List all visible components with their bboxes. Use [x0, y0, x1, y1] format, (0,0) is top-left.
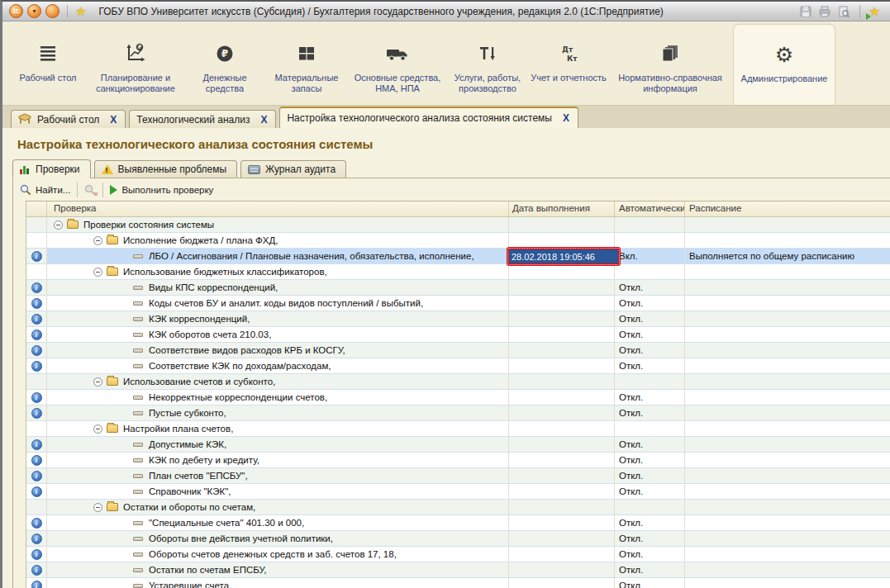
info-icon[interactable]: i — [31, 251, 42, 262]
table-row[interactable]: i Остатки по счетам ЕПСБУ, Откл. — [26, 562, 890, 578]
info-icon[interactable]: i — [31, 345, 42, 356]
svg-text:Кт: Кт — [567, 55, 578, 63]
planning-chart-icon: ₽ — [125, 40, 146, 68]
info-icon[interactable]: i — [31, 298, 42, 309]
ribbon-section-fixed-assets[interactable]: Основные средства, НМА, НПА — [350, 21, 445, 105]
info-icon[interactable]: i — [31, 330, 42, 340]
ribbon-section-services[interactable]: Услуги, работы, производство — [445, 21, 530, 105]
auto-flag — [615, 233, 685, 249]
auto-flag: Откл. — [615, 327, 685, 343]
table-row[interactable]: i Использование счетов и субконто, — [26, 374, 890, 390]
print-icon[interactable] — [818, 5, 831, 18]
ribbon-section-accounting[interactable]: ДтКт Учет и отчетность — [530, 21, 607, 105]
column-header-date[interactable]: Дата выполнения — [509, 202, 615, 216]
check-name: "Специальные счета" 401.30 и 000, — [149, 518, 304, 528]
table-row[interactable]: i Некорректные корреспонденции счетов, О… — [26, 390, 890, 405]
add-favorite-icon[interactable]: ★ — [869, 4, 880, 19]
table-row[interactable]: i ЛБО / Ассигнования / Плановые назначен… — [26, 249, 890, 264]
close-icon[interactable]: X — [563, 112, 569, 124]
run-check-button[interactable]: Выполнить проверку — [110, 185, 213, 195]
tree-indent — [54, 523, 133, 524]
info-icon[interactable]: i — [31, 565, 42, 576]
ribbon-section-money[interactable]: ₽ Денежные средства — [186, 21, 264, 105]
collapse-icon[interactable] — [93, 236, 102, 245]
subtab-audit-log[interactable]: Журнал аудита — [240, 160, 346, 178]
favorites-star-icon[interactable]: ★ — [75, 4, 86, 19]
table-row[interactable]: i Допустимые КЭК, Откл. — [26, 437, 890, 453]
table-row[interactable]: i Настройки плана счетов, — [26, 421, 890, 437]
table-row[interactable]: i Соответствие видов расходов КРБ и КОСГ… — [26, 343, 890, 358]
schedule-text — [685, 374, 890, 390]
table-row[interactable]: i Пустые субконто, Откл. — [26, 405, 890, 421]
table-row[interactable]: i Проверки состояния системы — [26, 217, 890, 233]
tab-tech-analysis-settings[interactable]: Настройка технологического анализа состо… — [279, 107, 578, 128]
schedule-text — [685, 468, 890, 484]
subtab-problems[interactable]: Выявленные проблемы — [94, 160, 238, 178]
info-icon[interactable]: i — [31, 581, 42, 588]
ribbon-label: Материальные запасы — [264, 73, 350, 94]
ribbon-section-administration[interactable]: ⚙ Администрирование — [733, 24, 835, 105]
info-icon[interactable]: i — [31, 471, 42, 481]
collapse-icon[interactable] — [93, 377, 102, 386]
table-row[interactable]: i КЭК корреспонденций, Откл. — [26, 311, 890, 327]
close-icon[interactable]: X — [110, 114, 117, 126]
column-header-schedule[interactable]: Расписание — [685, 202, 890, 216]
ribbon-section-planning[interactable]: ₽ Планирование и санкционирование — [85, 21, 186, 105]
info-icon[interactable]: i — [31, 361, 42, 372]
info-icon[interactable]: i — [31, 486, 42, 497]
collapse-icon[interactable] — [93, 424, 102, 434]
main-menu-button[interactable]: 1С — [9, 4, 23, 18]
table-row[interactable]: i Коды счетов БУ и аналит. коды видов по… — [26, 296, 890, 311]
info-icon[interactable]: i — [31, 392, 42, 403]
table-row[interactable]: i Остатки и обороты по счетам, — [26, 500, 890, 515]
table-row[interactable]: i Обороты вне действия учетной политики,… — [26, 531, 890, 547]
tab-desktop[interactable]: Рабочий стол X — [11, 110, 126, 128]
check-name: Некорректные корреспонденции счетов, — [149, 392, 327, 402]
close-icon[interactable]: X — [260, 114, 267, 126]
collapse-icon[interactable] — [54, 220, 63, 230]
schedule-text — [685, 500, 890, 515]
ribbon-section-inventory[interactable]: Материальные запасы — [264, 21, 350, 105]
tab-tech-analysis[interactable]: Технологический анализ X — [129, 110, 276, 128]
column-header-service[interactable] — [26, 202, 47, 216]
clear-find-button[interactable]: x — [84, 184, 96, 196]
table-row[interactable]: i Исполнение бюджета / плана ФХД, — [26, 233, 890, 249]
column-header-auto[interactable]: Автоматически — [615, 202, 685, 216]
table-row[interactable]: i План счетов "ЕПСБУ", Откл. — [26, 468, 890, 484]
print-preview-icon[interactable] — [837, 5, 850, 18]
info-icon[interactable]: i — [31, 549, 42, 560]
save-icon[interactable] — [799, 5, 812, 18]
info-icon[interactable]: i — [31, 282, 42, 293]
schedule-text — [685, 327, 890, 343]
info-icon[interactable]: i — [31, 314, 42, 325]
table-row[interactable]: i КЭК по дебету и кредиту, Откл. — [26, 453, 890, 468]
ribbon-section-reference[interactable]: Нормативно-справочная информация — [607, 21, 733, 105]
table-row[interactable]: i Виды КПС корреспонденций, Откл. — [26, 280, 890, 296]
info-icon[interactable]: i — [31, 518, 42, 529]
check-item-icon — [133, 443, 143, 447]
info-icon[interactable]: i — [31, 455, 42, 466]
dropdown-menu-button[interactable]: ▼ — [27, 4, 41, 18]
column-header-check[interactable]: Проверка — [47, 202, 509, 216]
info-icon[interactable]: i — [31, 439, 42, 450]
window-button[interactable] — [45, 4, 59, 18]
table-row[interactable]: i Устаревшие счета, Откл. — [26, 578, 890, 588]
table-row[interactable]: i Справочник "КЭК", Откл. — [26, 484, 890, 500]
check-name: Остатки и обороты по счетам, — [123, 502, 255, 512]
info-icon[interactable]: i — [31, 533, 42, 544]
info-icon[interactable]: i — [31, 408, 42, 419]
auto-flag: Откл. — [615, 405, 685, 421]
subtab-checks[interactable]: Проверки — [12, 159, 91, 178]
table-row[interactable]: i "Специальные счета" 401.30 и 000, Откл… — [26, 515, 890, 531]
collapse-icon[interactable] — [93, 503, 102, 512]
auto-flag: Откл. — [615, 578, 685, 588]
table-row[interactable]: i КЭК оборотов счета 210.03, Откл. — [26, 327, 890, 343]
table-row[interactable]: i Соответствие КЭК по доходам/расходам, … — [26, 358, 890, 374]
folder-icon — [107, 424, 118, 433]
table-row[interactable]: i Использование бюджетных классификаторо… — [26, 264, 890, 280]
table-row[interactable]: i Обороты счетов денежных средств и заб.… — [26, 547, 890, 562]
find-button[interactable]: Найти... — [20, 184, 70, 196]
ribbon-section-desktop[interactable]: Рабочий стол — [11, 21, 85, 105]
ribbon-label: Денежные средства — [186, 73, 264, 94]
collapse-icon[interactable] — [93, 268, 102, 277]
